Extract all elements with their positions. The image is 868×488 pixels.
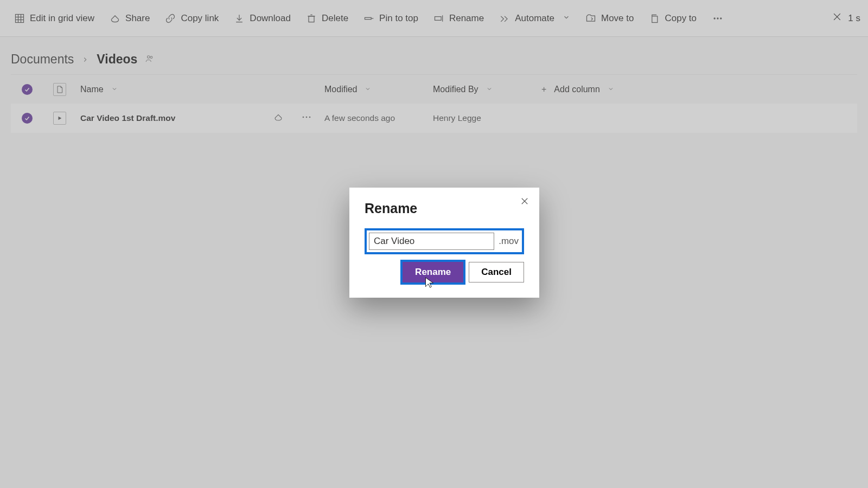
rename-dialog: Rename .mov Rename Cancel (349, 188, 539, 298)
filename-field-wrap: .mov (365, 228, 524, 254)
cancel-button[interactable]: Cancel (469, 262, 524, 282)
dialog-title: Rename (365, 201, 524, 216)
dialog-close-button[interactable] (520, 196, 529, 208)
rename-confirm-button[interactable]: Rename (403, 262, 463, 282)
filename-input[interactable] (369, 233, 494, 250)
file-extension-label: .mov (499, 236, 520, 247)
